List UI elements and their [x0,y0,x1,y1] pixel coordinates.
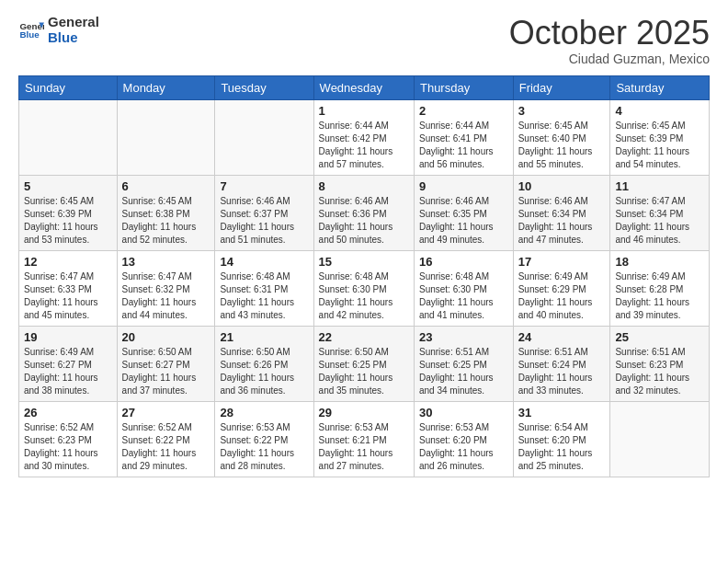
logo-general: General [48,15,99,30]
calendar-table: SundayMondayTuesdayWednesdayThursdayFrid… [18,75,710,477]
day-number: 24 [518,330,606,344]
day-cell: 1Sunrise: 6:44 AM Sunset: 6:42 PM Daylig… [313,99,414,175]
day-cell: 20Sunrise: 6:50 AM Sunset: 6:27 PM Dayli… [117,326,215,401]
weekday-friday: Friday [513,75,610,99]
day-info: Sunrise: 6:53 AM Sunset: 6:20 PM Dayligh… [419,421,508,473]
day-info: Sunrise: 6:53 AM Sunset: 6:21 PM Dayligh… [319,421,409,473]
day-number: 6 [122,179,210,193]
location-subtitle: Ciudad Guzman, Mexico [509,52,710,66]
day-cell: 23Sunrise: 6:51 AM Sunset: 6:25 PM Dayli… [414,326,513,401]
day-cell: 10Sunrise: 6:46 AM Sunset: 6:34 PM Dayli… [513,175,610,250]
day-cell: 4Sunrise: 6:45 AM Sunset: 6:39 PM Daylig… [610,99,710,175]
week-row-4: 19Sunrise: 6:49 AM Sunset: 6:27 PM Dayli… [19,326,710,401]
day-number: 8 [319,179,409,193]
day-info: Sunrise: 6:48 AM Sunset: 6:30 PM Dayligh… [419,270,508,322]
day-info: Sunrise: 6:46 AM Sunset: 6:35 PM Dayligh… [419,195,508,247]
day-number: 2 [419,104,508,118]
day-cell: 5Sunrise: 6:45 AM Sunset: 6:39 PM Daylig… [19,175,118,250]
week-row-2: 5Sunrise: 6:45 AM Sunset: 6:39 PM Daylig… [19,175,710,250]
week-row-1: 1Sunrise: 6:44 AM Sunset: 6:42 PM Daylig… [19,99,710,175]
day-number: 20 [122,330,210,344]
day-info: Sunrise: 6:45 AM Sunset: 6:39 PM Dayligh… [24,195,112,247]
day-number: 28 [220,406,308,419]
day-info: Sunrise: 6:49 AM Sunset: 6:28 PM Dayligh… [615,270,704,322]
day-cell: 6Sunrise: 6:45 AM Sunset: 6:38 PM Daylig… [117,175,215,250]
day-info: Sunrise: 6:53 AM Sunset: 6:22 PM Dayligh… [220,421,308,473]
day-number: 3 [518,104,606,118]
day-cell: 24Sunrise: 6:51 AM Sunset: 6:24 PM Dayli… [513,326,610,401]
day-info: Sunrise: 6:44 AM Sunset: 6:41 PM Dayligh… [419,120,508,171]
week-row-5: 26Sunrise: 6:52 AM Sunset: 6:23 PM Dayli… [19,401,710,477]
logo: General Blue General Blue [18,15,99,45]
day-number: 12 [24,255,112,269]
day-info: Sunrise: 6:45 AM Sunset: 6:40 PM Dayligh… [518,120,606,171]
day-info: Sunrise: 6:50 AM Sunset: 6:27 PM Dayligh… [122,346,210,397]
day-cell: 3Sunrise: 6:45 AM Sunset: 6:40 PM Daylig… [513,99,610,175]
day-info: Sunrise: 6:46 AM Sunset: 6:36 PM Dayligh… [319,195,409,247]
day-info: Sunrise: 6:46 AM Sunset: 6:34 PM Dayligh… [518,195,606,247]
day-cell: 14Sunrise: 6:48 AM Sunset: 6:31 PM Dayli… [215,250,313,326]
day-cell: 7Sunrise: 6:46 AM Sunset: 6:37 PM Daylig… [215,175,313,250]
day-number: 5 [24,179,112,193]
logo-blue: Blue [48,30,99,46]
day-number: 26 [24,406,112,419]
day-cell: 15Sunrise: 6:48 AM Sunset: 6:30 PM Dayli… [313,250,414,326]
day-cell: 16Sunrise: 6:48 AM Sunset: 6:30 PM Dayli… [414,250,513,326]
day-info: Sunrise: 6:45 AM Sunset: 6:38 PM Dayligh… [122,195,210,247]
day-number: 18 [615,255,704,269]
day-number: 21 [220,330,308,344]
day-cell: 2Sunrise: 6:44 AM Sunset: 6:41 PM Daylig… [414,99,513,175]
day-number: 11 [615,179,704,193]
day-info: Sunrise: 6:48 AM Sunset: 6:30 PM Dayligh… [319,270,409,322]
day-number: 1 [319,104,409,118]
day-cell: 8Sunrise: 6:46 AM Sunset: 6:36 PM Daylig… [313,175,414,250]
day-number: 30 [419,406,508,419]
day-cell [117,99,215,175]
weekday-wednesday: Wednesday [313,75,414,99]
day-number: 9 [419,179,508,193]
svg-text:Blue: Blue [19,29,40,40]
day-info: Sunrise: 6:50 AM Sunset: 6:25 PM Dayligh… [319,346,409,397]
day-cell: 13Sunrise: 6:47 AM Sunset: 6:32 PM Dayli… [117,250,215,326]
day-cell: 26Sunrise: 6:52 AM Sunset: 6:23 PM Dayli… [19,401,118,477]
day-number: 19 [24,330,112,344]
day-number: 22 [319,330,409,344]
day-cell: 9Sunrise: 6:46 AM Sunset: 6:35 PM Daylig… [414,175,513,250]
weekday-saturday: Saturday [610,75,710,99]
day-info: Sunrise: 6:47 AM Sunset: 6:32 PM Dayligh… [122,270,210,322]
day-number: 17 [518,255,606,269]
day-number: 14 [220,255,308,269]
month-title: October 2025 [509,15,710,52]
day-cell: 29Sunrise: 6:53 AM Sunset: 6:21 PM Dayli… [313,401,414,477]
day-cell: 27Sunrise: 6:52 AM Sunset: 6:22 PM Dayli… [117,401,215,477]
day-cell: 28Sunrise: 6:53 AM Sunset: 6:22 PM Dayli… [215,401,313,477]
day-cell: 30Sunrise: 6:53 AM Sunset: 6:20 PM Dayli… [414,401,513,477]
day-info: Sunrise: 6:45 AM Sunset: 6:39 PM Dayligh… [615,120,704,171]
day-info: Sunrise: 6:52 AM Sunset: 6:23 PM Dayligh… [24,421,112,473]
day-cell: 31Sunrise: 6:54 AM Sunset: 6:20 PM Dayli… [513,401,610,477]
day-info: Sunrise: 6:49 AM Sunset: 6:27 PM Dayligh… [24,346,112,397]
weekday-monday: Monday [117,75,215,99]
day-info: Sunrise: 6:48 AM Sunset: 6:31 PM Dayligh… [220,270,308,322]
day-info: Sunrise: 6:51 AM Sunset: 6:25 PM Dayligh… [419,346,508,397]
day-info: Sunrise: 6:49 AM Sunset: 6:29 PM Dayligh… [518,270,606,322]
day-number: 27 [122,406,210,419]
weekday-thursday: Thursday [414,75,513,99]
day-cell: 12Sunrise: 6:47 AM Sunset: 6:33 PM Dayli… [19,250,118,326]
day-number: 29 [319,406,409,419]
page: General Blue General Blue October 2025 C… [0,0,728,563]
day-info: Sunrise: 6:51 AM Sunset: 6:24 PM Dayligh… [518,346,606,397]
day-cell: 21Sunrise: 6:50 AM Sunset: 6:26 PM Dayli… [215,326,313,401]
day-number: 10 [518,179,606,193]
weekday-header-row: SundayMondayTuesdayWednesdayThursdayFrid… [19,75,710,99]
day-number: 16 [419,255,508,269]
day-cell [610,401,710,477]
day-info: Sunrise: 6:46 AM Sunset: 6:37 PM Dayligh… [220,195,308,247]
day-number: 7 [220,179,308,193]
header: General Blue General Blue October 2025 C… [18,15,710,66]
day-info: Sunrise: 6:52 AM Sunset: 6:22 PM Dayligh… [122,421,210,473]
day-cell: 19Sunrise: 6:49 AM Sunset: 6:27 PM Dayli… [19,326,118,401]
weekday-tuesday: Tuesday [215,75,313,99]
week-row-3: 12Sunrise: 6:47 AM Sunset: 6:33 PM Dayli… [19,250,710,326]
day-info: Sunrise: 6:44 AM Sunset: 6:42 PM Dayligh… [319,120,409,171]
